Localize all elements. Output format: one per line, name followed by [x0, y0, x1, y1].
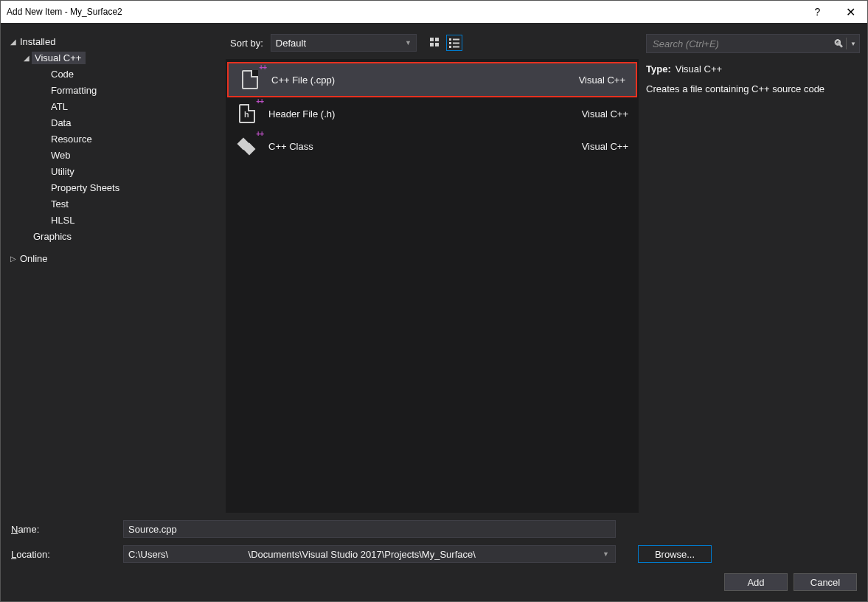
template-list: ++ C++ File (.cpp) Visual C++ h ++ Heade… — [226, 59, 639, 513]
tree-test[interactable]: Test — [7, 196, 220, 212]
sort-value: Default — [276, 38, 306, 49]
name-input[interactable] — [123, 520, 616, 538]
view-list-button[interactable] — [446, 35, 462, 51]
svg-rect-4 — [449, 38, 451, 41]
header-file-icon: h ++ — [236, 103, 258, 125]
client-area: ◢ Installed ◢ Visual C++ Code Formatting… — [1, 23, 867, 601]
search-box[interactable]: 🔍︎ ▼ — [646, 34, 860, 53]
name-row: Name: — [11, 520, 857, 538]
template-details: Type: Visual C++ Creates a file containi… — [646, 63, 860, 94]
chevron-down-icon: ▼ — [850, 41, 856, 47]
cancel-button[interactable]: Cancel — [794, 573, 857, 591]
sort-by-label: Sort by: — [230, 38, 263, 49]
tree-online[interactable]: ▷ Online — [7, 250, 220, 266]
svg-rect-9 — [453, 46, 459, 48]
window-title: Add New Item - My_Surface2 — [7, 7, 122, 17]
tree-resource[interactable]: Resource — [7, 131, 220, 147]
svg-rect-5 — [453, 39, 459, 41]
search-input[interactable] — [653, 38, 833, 49]
chevron-right-icon: ▷ — [8, 255, 18, 263]
dialog-window: Add New Item - My_Surface2 ? ✕ ◢ Install… — [0, 0, 868, 602]
location-input[interactable] — [128, 549, 600, 560]
view-medium-icons-button[interactable] — [427, 35, 443, 51]
svg-rect-3 — [435, 43, 439, 46]
sort-toolbar: Sort by: Default ▼ — [226, 34, 639, 59]
tree-data[interactable]: Data — [7, 114, 220, 131]
bottom-form: Name: Location: ▼ Browse... Add Cancel — [1, 513, 867, 601]
category-tree: ◢ Installed ◢ Visual C++ Code Formatting… — [1, 23, 226, 513]
type-value: Visual C++ — [676, 63, 722, 75]
add-button[interactable]: Add — [724, 573, 788, 591]
tree-graphics[interactable]: Graphics — [7, 228, 220, 244]
template-description: Creates a file containing C++ source cod… — [646, 83, 860, 94]
grid-icon — [429, 37, 441, 49]
help-button[interactable]: ? — [801, 1, 834, 23]
svg-rect-7 — [453, 43, 459, 44]
template-name: C++ Class — [268, 141, 572, 152]
name-label: Name: — [11, 524, 114, 535]
tree-label: Visual C++ — [32, 52, 86, 64]
title-bar: Add New Item - My_Surface2 ? ✕ — [1, 1, 867, 23]
chevron-down-icon: ◢ — [8, 38, 18, 46]
template-lang: Visual C++ — [579, 75, 625, 86]
cpp-class-icon: ++ — [236, 135, 258, 157]
tree-formatting[interactable]: Formatting — [7, 82, 220, 98]
template-lang: Visual C++ — [582, 108, 628, 120]
chevron-down-icon: ▼ — [405, 39, 412, 46]
tree-hlsl[interactable]: HLSL — [7, 212, 220, 228]
template-cpp-file[interactable]: ++ C++ File (.cpp) Visual C++ — [229, 63, 636, 96]
chevron-down-icon: ▼ — [600, 550, 612, 558]
close-button[interactable]: ✕ — [834, 1, 867, 23]
action-row: Add Cancel — [11, 573, 857, 591]
svg-rect-2 — [430, 43, 434, 46]
tree-label: Installed — [18, 36, 55, 47]
template-lang: Visual C++ — [582, 141, 628, 152]
tree-atl[interactable]: ATL — [7, 98, 220, 114]
template-pane: Sort by: Default ▼ — [226, 23, 639, 513]
location-combo[interactable]: ▼ — [123, 545, 616, 563]
search-icon: 🔍︎ — [833, 38, 844, 49]
divider — [846, 38, 847, 49]
browse-button[interactable]: Browse... — [638, 545, 712, 563]
svg-rect-8 — [449, 46, 451, 48]
svg-rect-1 — [435, 38, 439, 41]
svg-rect-0 — [430, 38, 434, 41]
template-name: Header File (.h) — [268, 108, 572, 120]
chevron-down-icon: ◢ — [21, 54, 32, 62]
template-name: C++ File (.cpp) — [271, 75, 569, 86]
sort-dropdown[interactable]: Default ▼ — [271, 34, 417, 52]
location-row: Location: ▼ Browse... — [11, 545, 857, 563]
tree-visual-cpp[interactable]: ◢ Visual C++ — [7, 49, 220, 66]
tree-installed[interactable]: ◢ Installed — [7, 33, 220, 49]
svg-rect-6 — [449, 42, 451, 44]
template-cpp-class[interactable]: ++ C++ Class Visual C++ — [226, 130, 639, 162]
main-row: ◢ Installed ◢ Visual C++ Code Formatting… — [1, 23, 867, 513]
tree-utility[interactable]: Utility — [7, 163, 220, 179]
tree-web[interactable]: Web — [7, 147, 220, 163]
tree-property-sheets[interactable]: Property Sheets — [7, 179, 220, 196]
details-pane: 🔍︎ ▼ Type: Visual C++ Creates a file con… — [639, 23, 867, 513]
search-button[interactable]: 🔍︎ ▼ — [833, 38, 856, 49]
tree-code[interactable]: Code — [7, 66, 220, 82]
list-icon — [448, 37, 460, 49]
template-header-file[interactable]: h ++ Header File (.h) Visual C++ — [226, 97, 639, 130]
cpp-file-icon: ++ — [239, 69, 261, 91]
location-label: Location: — [11, 549, 114, 560]
type-label: Type: — [646, 63, 671, 75]
